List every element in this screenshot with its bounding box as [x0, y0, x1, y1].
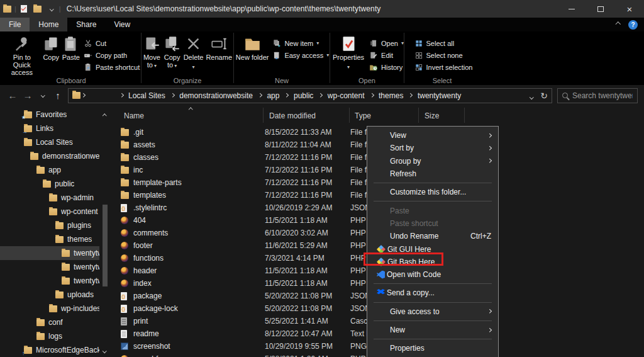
back-icon[interactable]: ← — [5, 88, 20, 103]
tree-item-public[interactable]: public — [0, 177, 99, 191]
forward-icon[interactable]: → — [20, 88, 35, 103]
paste-button[interactable]: Paste — [61, 33, 81, 63]
recent-locations-dropdown-icon[interactable] — [35, 88, 50, 103]
column-header-type[interactable]: Type — [355, 111, 371, 120]
php-file-icon — [121, 217, 128, 224]
refresh-icon[interactable]: ↻ — [540, 91, 548, 101]
tree-item-wp-admin[interactable]: wp-admin — [0, 191, 99, 205]
move-to-button[interactable]: Move to ▾ — [142, 33, 162, 72]
column-header-size[interactable]: Size — [425, 111, 439, 120]
menu-item-sort-by[interactable]: Sort by — [367, 142, 498, 154]
edit-button[interactable]: Edit — [369, 50, 404, 60]
new-folder-quick-access-icon[interactable] — [31, 0, 45, 18]
open-button[interactable]: Open▾ — [369, 38, 404, 48]
easy-access-button[interactable]: Easy access▾ — [272, 50, 329, 60]
tree-item-local-sites[interactable]: Local Sites — [0, 135, 99, 149]
tree-item-wp-content[interactable]: wp-content — [0, 205, 99, 218]
menu-item-group-by[interactable]: Group by — [367, 155, 498, 167]
tree-item-demonstrationwebsite[interactable]: demonstrationwebsite — [0, 149, 99, 163]
tab-share[interactable]: Share — [67, 18, 105, 31]
column-separator[interactable] — [349, 108, 350, 123]
tree-item-twentytwenty[interactable]: twentytwenty — [0, 274, 99, 288]
address-bar[interactable]: Local Sitesdemonstrationwebsiteapppublic… — [68, 88, 552, 103]
menu-item-properties[interactable]: Properties — [367, 342, 498, 354]
breadcrumb-themes[interactable]: themes — [374, 91, 408, 100]
menu-item-send-a-copy[interactable]: Send a copy... — [367, 286, 498, 299]
select-none-button[interactable]: Select none — [414, 50, 473, 60]
search-input[interactable] — [572, 91, 633, 100]
minimize-button[interactable] — [557, 0, 586, 18]
copy-button[interactable]: Copy — [42, 33, 61, 63]
menu-item-open-with-code[interactable]: Open with Code — [367, 268, 498, 281]
breadcrumb-twentytwenty[interactable]: twentytwenty — [413, 91, 465, 100]
new-folder-button[interactable]: New folder — [235, 33, 270, 63]
cut-button[interactable]: Cut — [84, 38, 140, 48]
copy-path-button[interactable]: Copy path — [84, 50, 140, 60]
breadcrumb-local-sites[interactable]: Local Sites — [124, 91, 170, 100]
menu-item-undo-rename[interactable]: Undo RenameCtrl+Z — [367, 230, 498, 242]
history-button[interactable]: History — [369, 62, 404, 72]
tree-item-wp-includes[interactable]: wp-includes — [0, 302, 99, 315]
tree-item-logs[interactable]: logs — [0, 329, 99, 343]
sidebar-scrollbar[interactable] — [101, 106, 109, 357]
file-icon-cell — [121, 267, 133, 275]
select-all-button[interactable]: Select all — [414, 38, 473, 48]
tree-item-uploads[interactable]: uploads — [0, 288, 99, 302]
file-date-modified: 11/6/2021 5:29 AM — [265, 241, 350, 250]
up-icon[interactable]: ↑ — [50, 88, 65, 103]
properties-quick-access-icon[interactable] — [17, 0, 31, 18]
breadcrumb-separator-icon — [80, 94, 86, 97]
address-dropdown-icon[interactable] — [530, 90, 533, 101]
git-bash-here-highlight-annotation — [364, 252, 443, 266]
column-separator[interactable] — [464, 108, 465, 123]
menu-item-give-access-to[interactable]: Give access to — [367, 305, 498, 318]
breadcrumb-public[interactable]: public — [289, 91, 318, 100]
rename-button[interactable]: Rename — [204, 33, 233, 63]
menu-item-new[interactable]: New — [367, 324, 498, 336]
copy-to-button[interactable]: Copy to ▾ — [162, 33, 182, 72]
tree-item-links[interactable]: Links — [0, 122, 99, 135]
customize-quick-access-dropdown-icon[interactable] — [45, 0, 58, 18]
invert-selection-button[interactable]: Invert selection — [414, 62, 473, 72]
tree-item-app[interactable]: app — [0, 163, 99, 177]
menu-item-refresh[interactable]: Refresh — [367, 167, 498, 180]
txt-file-icon — [121, 330, 127, 338]
search-box[interactable] — [557, 88, 638, 103]
ribbon-small-buttons: Open▾EditHistory — [369, 33, 404, 72]
tree-item-themes[interactable]: themes — [0, 232, 99, 246]
paste-shortcut-button[interactable]: Paste shortcut — [84, 62, 140, 72]
properties-button[interactable]: Properties ▾ — [330, 33, 367, 73]
tree-item-microsoftedgebackups[interactable]: MicrosoftEdgeBackups — [0, 343, 99, 357]
collapse-ribbon-icon[interactable] — [615, 22, 620, 27]
delete-button[interactable]: Delete ▾ — [182, 33, 205, 73]
tab-home[interactable]: Home — [30, 18, 67, 31]
menu-item-customize-this-folder[interactable]: Customize this folder... — [367, 186, 498, 198]
column-header-date-modified[interactable]: Date modified — [269, 111, 316, 120]
scroll-up-icon[interactable] — [103, 108, 106, 120]
folder-star-icon — [24, 111, 32, 118]
tab-file[interactable]: File — [0, 18, 30, 31]
scrollbar-thumb[interactable] — [103, 205, 108, 286]
close-button[interactable]: × — [615, 0, 644, 18]
tree-item-favorites[interactable]: Favorites — [0, 108, 99, 122]
column-header-name[interactable]: Name — [124, 111, 144, 120]
tab-view[interactable]: View — [105, 18, 139, 31]
maximize-button[interactable] — [586, 0, 615, 18]
menu-item-view[interactable]: View — [367, 129, 498, 142]
pin-to-quick-access-button[interactable]: Pin to Quick access — [3, 33, 42, 78]
tree-item-plugins[interactable]: plugins — [0, 218, 99, 232]
breadcrumb-app[interactable]: app — [262, 91, 284, 100]
address-folder-icon — [72, 92, 80, 99]
new-item-button[interactable]: New item▾ — [272, 38, 329, 48]
file-date-modified: 7/12/2022 11:16 PM — [265, 153, 350, 162]
file-date-modified: 5/20/2022 11:08 PM — [265, 304, 350, 313]
help-icon[interactable]: ? — [628, 20, 638, 30]
breadcrumb-wp-content[interactable]: wp-content — [323, 91, 369, 100]
scroll-down-icon[interactable] — [103, 343, 106, 354]
tree-item-twentytwenty[interactable]: twentytwenty — [0, 246, 99, 260]
tree-item-twentytwenty[interactable]: twentytwenty — [0, 260, 99, 274]
column-separator[interactable] — [263, 108, 264, 123]
breadcrumb-demonstrationwebsite[interactable]: demonstrationwebsite — [175, 91, 257, 100]
column-separator[interactable] — [418, 108, 419, 123]
tree-item-conf[interactable]: conf — [0, 315, 99, 329]
